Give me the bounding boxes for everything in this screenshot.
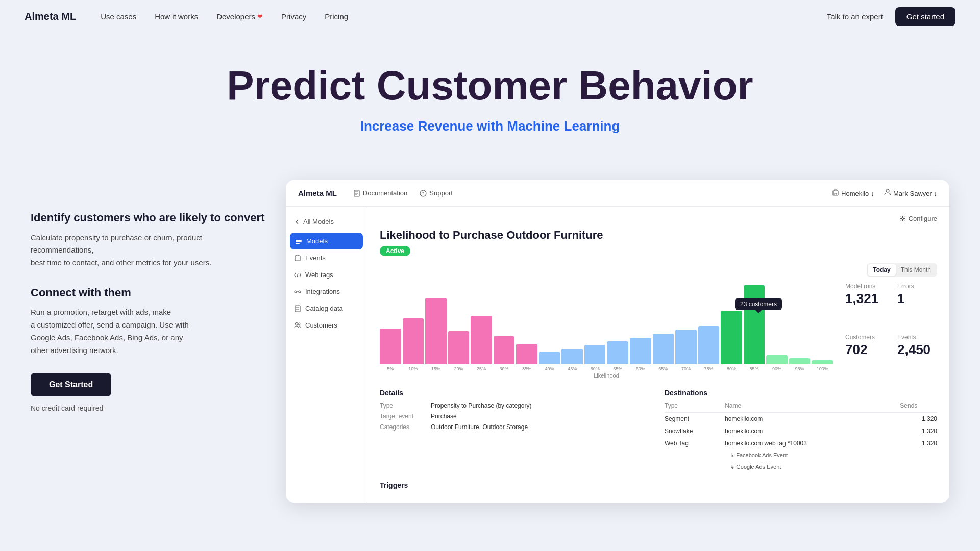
x-label: 10%: [403, 366, 424, 371]
detail-row: TypePropensity to Purchase (by category): [380, 402, 652, 409]
section1-text: Calculate propensity to purchase or chur…: [31, 232, 265, 269]
homekilo-selector[interactable]: Homekilo ↓: [832, 189, 874, 197]
table-row: ↳ Google Ads Event: [665, 461, 937, 473]
x-axis-title: Likelihood: [380, 372, 833, 379]
svg-point-14: [295, 291, 297, 293]
time-filter: Today This Month: [867, 263, 937, 277]
hero-subtitle: Increase Revenue with Machine Learning: [24, 118, 955, 134]
svg-point-20: [296, 322, 298, 325]
nav-link-use-cases[interactable]: Use cases: [101, 12, 136, 21]
sidebar-item-models[interactable]: Models: [290, 233, 363, 249]
sidebar-item-customers[interactable]: Customers: [286, 317, 367, 334]
app-nav-support[interactable]: ? Support: [420, 189, 453, 197]
destinations-section: Destinations TypeNameSends Segmenthomeki…: [665, 389, 937, 473]
talk-to-expert-link[interactable]: Talk to an expert: [827, 12, 883, 21]
x-label: 95%: [789, 366, 811, 371]
web-tags-icon: [294, 271, 301, 279]
bar-green: [744, 285, 765, 364]
svg-rect-9: [296, 241, 302, 242]
app-nav-documentation[interactable]: Documentation: [353, 189, 407, 197]
dest-name: homekilo.com web tag *10003: [725, 437, 900, 449]
x-label: 45%: [561, 366, 583, 371]
support-icon: ?: [420, 190, 427, 197]
dest-sub-name: ↳ Facebook Ads Event: [725, 449, 900, 461]
sidebar-item-integrations[interactable]: Integrations: [286, 283, 367, 300]
bar-pink: [380, 329, 401, 364]
bar-pink: [448, 331, 470, 364]
bar-chart: [380, 283, 833, 364]
bar-pink: [471, 316, 492, 364]
detail-key: Target event: [380, 413, 431, 420]
svg-rect-17: [295, 306, 300, 312]
dest-type: Segment: [665, 413, 725, 425]
user-selector[interactable]: Mark Sawyer ↓: [884, 189, 937, 197]
x-label: 5%: [380, 366, 401, 371]
details-heading: Details: [380, 389, 652, 397]
app-logo: Almeta ML: [298, 189, 337, 197]
doc-icon: [353, 190, 360, 197]
nav-link-privacy[interactable]: Privacy: [281, 12, 306, 21]
destinations-table: TypeNameSends Segmenthomekilo.com1,320Sn…: [665, 402, 937, 473]
stat-value: 2,450: [897, 342, 937, 358]
table-row: Web Taghomekilo.com web tag *100031,320: [665, 437, 937, 449]
x-label: 70%: [675, 366, 697, 371]
user-icon: [884, 189, 891, 196]
bar-light-green: [812, 360, 833, 364]
x-label: 100%: [812, 366, 833, 371]
detail-key: Type: [380, 402, 431, 409]
dest-sends: 1,320: [900, 413, 937, 425]
get-started-button[interactable]: Get Started: [31, 373, 111, 396]
nav-link-how-it-works[interactable]: How it works: [155, 12, 198, 21]
stat-value: 1,321: [845, 291, 885, 307]
nav-link-developers[interactable]: Developers ❤: [216, 12, 263, 21]
app-main-content: Configure Likelihood to Purchase Outdoor…: [368, 207, 949, 503]
no-credit-text: No credit card required: [31, 404, 103, 412]
bar-pink: [516, 344, 537, 364]
stat-label: Model runs: [845, 283, 885, 290]
back-arrow-icon: [294, 219, 300, 225]
stat-label: Events: [897, 334, 937, 341]
app-nav-links: Documentation ? Support: [353, 189, 832, 197]
stat-item: Customers702: [845, 334, 885, 379]
chart-stats-section: 23 customers 5%10%15%20%25%30%35%40%45%5…: [380, 283, 937, 379]
sidebar-item-events[interactable]: Events: [286, 249, 367, 266]
bar-blue: [561, 349, 583, 364]
table-row: ↳ Facebook Ads Event: [665, 449, 937, 461]
x-label: 35%: [516, 366, 537, 371]
nav-link-pricing[interactable]: Pricing: [325, 12, 348, 21]
x-label: 60%: [630, 366, 651, 371]
time-today-button[interactable]: Today: [868, 264, 895, 276]
back-to-models[interactable]: All Models: [286, 215, 367, 233]
time-month-button[interactable]: This Month: [896, 264, 936, 276]
stats-grid: Model runs1,321Errors1Customers702Events…: [845, 283, 937, 379]
sidebar-item-web-tags[interactable]: Web tags: [286, 266, 367, 283]
dest-sends: 1,320: [900, 425, 937, 437]
building-icon: [832, 189, 839, 196]
nav-links: Use cases How it works Developers ❤ Priv…: [101, 12, 827, 21]
sidebar-item-catalog-data[interactable]: Catalog data: [286, 300, 367, 317]
customers-icon: [294, 322, 301, 329]
bar-blue: [539, 352, 560, 364]
x-label: 75%: [698, 366, 720, 371]
svg-point-21: [298, 323, 300, 325]
stat-label: Errors: [897, 283, 937, 290]
bar-green: [721, 311, 742, 364]
dest-name: homekilo.com: [725, 413, 900, 425]
triggers-section: Triggers: [380, 481, 937, 489]
dest-type: Web Tag: [665, 437, 725, 449]
catalog-icon: [294, 305, 301, 312]
app-navbar: Almeta ML Documentation ? Support Homeki…: [286, 180, 949, 207]
dest-sends: 1,320: [900, 437, 937, 449]
app-body: All Models Models Events Web tags Integr…: [286, 207, 949, 503]
bar-blue: [630, 338, 651, 364]
svg-rect-8: [296, 240, 302, 241]
configure-button[interactable]: Configure: [899, 215, 937, 222]
x-label: 40%: [539, 366, 560, 371]
section1-heading: Identify customers who are likely to con…: [31, 211, 265, 226]
details-section: Details TypePropensity to Purchase (by c…: [380, 389, 652, 473]
details-rows: TypePropensity to Purchase (by category)…: [380, 402, 652, 431]
nav-get-started-button[interactable]: Get started: [895, 7, 955, 26]
heart-icon: ❤: [257, 13, 263, 20]
bar-blue: [675, 330, 697, 364]
stat-label: Customers: [845, 334, 885, 341]
